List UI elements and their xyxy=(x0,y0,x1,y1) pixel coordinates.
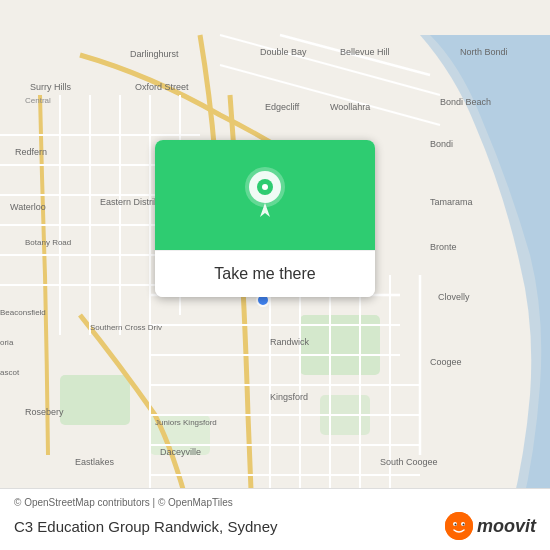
svg-text:Surry Hills: Surry Hills xyxy=(30,82,72,92)
moovit-face-icon xyxy=(445,512,473,540)
svg-point-69 xyxy=(445,512,473,540)
svg-line-29 xyxy=(220,65,440,125)
svg-text:Coogee: Coogee xyxy=(430,357,462,367)
moovit-brand-text: moovit xyxy=(477,516,536,537)
svg-text:Clovelly: Clovelly xyxy=(438,292,470,302)
svg-text:Juniors Kingsford: Juniors Kingsford xyxy=(155,418,217,427)
svg-text:Eastlakes: Eastlakes xyxy=(75,457,115,467)
svg-text:ascot: ascot xyxy=(0,368,20,377)
svg-text:Rosebery: Rosebery xyxy=(25,407,64,417)
svg-text:Edgecliff: Edgecliff xyxy=(265,102,300,112)
svg-text:South Coogee: South Coogee xyxy=(380,457,438,467)
map-container: Surry Hills Central Redfern Waterloo Dou… xyxy=(0,0,550,550)
svg-text:Tamarama: Tamarama xyxy=(430,197,473,207)
svg-text:Daceyville: Daceyville xyxy=(160,447,201,457)
bottom-bar: © OpenStreetMap contributors | © OpenMap… xyxy=(0,488,550,550)
svg-text:Oxford Street: Oxford Street xyxy=(135,82,189,92)
svg-text:oria: oria xyxy=(0,338,14,347)
moovit-logo: moovit xyxy=(445,512,536,540)
location-pin-icon xyxy=(240,165,290,225)
svg-text:Botany Road: Botany Road xyxy=(25,238,71,247)
svg-text:Bellevue Hill: Bellevue Hill xyxy=(340,47,390,57)
svg-text:Central: Central xyxy=(25,96,51,105)
svg-text:Randwick: Randwick xyxy=(270,337,310,347)
svg-text:Waterloo: Waterloo xyxy=(10,202,46,212)
svg-text:Double Bay: Double Bay xyxy=(260,47,307,57)
svg-point-72 xyxy=(454,524,456,526)
svg-text:Darlinghurst: Darlinghurst xyxy=(130,49,179,59)
place-name: C3 Education Group Randwick, Sydney xyxy=(14,518,277,535)
svg-text:North Bondi: North Bondi xyxy=(460,47,508,57)
svg-text:Beaconsfield: Beaconsfield xyxy=(0,308,46,317)
svg-line-28 xyxy=(220,35,440,95)
take-me-there-button[interactable]: Take me there xyxy=(155,250,375,297)
svg-text:Kingsford: Kingsford xyxy=(270,392,308,402)
map-pin-area xyxy=(155,140,375,250)
svg-text:Bronte: Bronte xyxy=(430,242,457,252)
map-attribution: © OpenStreetMap contributors | © OpenMap… xyxy=(14,497,536,508)
place-info: C3 Education Group Randwick, Sydney xyxy=(14,512,536,540)
svg-point-68 xyxy=(262,184,268,190)
svg-text:Southern Cross Driv: Southern Cross Driv xyxy=(90,323,162,332)
svg-point-73 xyxy=(462,524,464,526)
svg-text:Woollahra: Woollahra xyxy=(330,102,370,112)
svg-text:Redfern: Redfern xyxy=(15,147,47,157)
svg-text:Bondi Beach: Bondi Beach xyxy=(440,97,491,107)
svg-text:Bondi: Bondi xyxy=(430,139,453,149)
info-card: Take me there xyxy=(155,140,375,297)
svg-rect-1 xyxy=(60,375,130,425)
